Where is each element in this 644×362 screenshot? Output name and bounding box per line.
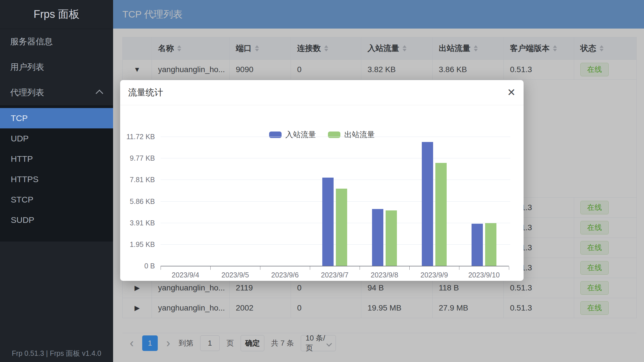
legend-item-出站流量[interactable]: 出站流量 bbox=[328, 130, 375, 140]
chevron-up-icon bbox=[96, 89, 103, 97]
x-axis-tick bbox=[161, 266, 161, 270]
sidebar-menu: 服务器信息用户列表代理列表TCPUDPHTTPHTTPSSTCPSUDP bbox=[0, 29, 113, 242]
version-footer: Frp 0.51.3 | Frps 面板 v1.4.0 bbox=[0, 349, 113, 358]
x-axis-label: 2023/9/8 bbox=[360, 271, 409, 279]
sidebar-item-sudp[interactable]: SUDP bbox=[0, 210, 113, 230]
x-axis-line bbox=[161, 266, 509, 266]
x-axis-tick bbox=[360, 266, 360, 270]
x-axis-label: 2023/9/4 bbox=[161, 271, 210, 279]
traffic-stats-modal: 流量统计 ✕ 入站流量出站流量0 B1.95 KB3.91 KB5.86 KB7… bbox=[120, 80, 524, 281]
sidebar-item-http[interactable]: HTTP bbox=[0, 149, 113, 169]
sidebar-item-1[interactable]: 服务器信息 bbox=[0, 29, 113, 54]
x-axis-label: 2023/9/7 bbox=[310, 271, 360, 279]
x-axis-tick bbox=[509, 266, 509, 270]
x-axis-label: 2023/9/6 bbox=[260, 271, 310, 279]
sidebar-item-label: 代理列表 bbox=[10, 87, 44, 98]
modal-title: 流量统计 bbox=[128, 87, 163, 98]
legend-swatch bbox=[269, 132, 282, 138]
bar-入站流量-2023/9/8 bbox=[372, 209, 383, 266]
y-axis-label: 1.95 KB bbox=[118, 240, 155, 248]
bar-出站流量-2023/9/10 bbox=[485, 223, 496, 266]
gridline bbox=[161, 137, 510, 137]
bar-出站流量-2023/9/8 bbox=[386, 210, 397, 266]
bar-出站流量-2023/9/7 bbox=[336, 189, 347, 266]
main-area: TCP 代理列表 名称端口连接数入站流量出站流量客户端版本状态▼yanghuan… bbox=[113, 0, 644, 362]
gridline bbox=[161, 223, 510, 223]
gridline bbox=[161, 158, 510, 158]
x-axis-tick bbox=[310, 266, 310, 270]
y-axis-label: 9.77 KB bbox=[118, 154, 155, 162]
sidebar: Frps 面板 服务器信息用户列表代理列表TCPUDPHTTPHTTPSSTCP… bbox=[0, 0, 113, 362]
y-axis-label: 11.72 KB bbox=[118, 133, 155, 141]
y-axis-label: 3.91 KB bbox=[118, 219, 155, 227]
legend-label: 入站流量 bbox=[286, 130, 316, 140]
x-axis-label: 2023/9/9 bbox=[409, 271, 459, 279]
sidebar-item-udp[interactable]: UDP bbox=[0, 128, 113, 149]
x-axis-label: 2023/9/5 bbox=[210, 271, 260, 279]
close-icon[interactable]: ✕ bbox=[507, 87, 516, 98]
sidebar-item-label: 用户列表 bbox=[10, 61, 44, 73]
modal-header: 流量统计 ✕ bbox=[120, 80, 524, 105]
gridline bbox=[161, 244, 510, 245]
sidebar-submenu: TCPUDPHTTPHTTPSSTCPSUDP bbox=[0, 105, 113, 242]
bar-入站流量-2023/9/10 bbox=[472, 224, 483, 266]
sidebar-item-label: 服务器信息 bbox=[10, 36, 53, 48]
gridline bbox=[161, 201, 510, 202]
y-axis-label: 7.81 KB bbox=[118, 176, 155, 184]
app-title: Frps 面板 bbox=[0, 0, 113, 29]
y-axis-label: 0 B bbox=[118, 262, 155, 270]
legend-item-入站流量[interactable]: 入站流量 bbox=[269, 130, 316, 140]
sidebar-item-tcp[interactable]: TCP bbox=[0, 108, 113, 128]
gridline bbox=[161, 180, 510, 180]
bar-入站流量-2023/9/7 bbox=[322, 178, 334, 266]
traffic-bar-chart: 入站流量出站流量0 B1.95 KB3.91 KB5.86 KB7.81 KB9… bbox=[120, 105, 524, 281]
sidebar-item-3[interactable]: 代理列表 bbox=[0, 80, 113, 105]
x-axis-label: 2023/9/10 bbox=[459, 271, 509, 279]
app-root: Frps 面板 服务器信息用户列表代理列表TCPUDPHTTPHTTPSSTCP… bbox=[0, 0, 644, 362]
sidebar-item-https[interactable]: HTTPS bbox=[0, 169, 113, 189]
bar-入站流量-2023/9/9 bbox=[422, 142, 433, 266]
x-axis-tick bbox=[210, 266, 211, 270]
bar-出站流量-2023/9/9 bbox=[435, 163, 447, 266]
x-axis-tick bbox=[260, 266, 260, 270]
y-axis-label: 5.86 KB bbox=[118, 197, 155, 205]
chart-legend: 入站流量出站流量 bbox=[120, 130, 524, 140]
legend-label: 出站流量 bbox=[344, 130, 375, 140]
sidebar-item-stcp[interactable]: STCP bbox=[0, 189, 113, 210]
x-axis-tick bbox=[409, 266, 410, 270]
x-axis-tick bbox=[459, 266, 459, 270]
sidebar-item-2[interactable]: 用户列表 bbox=[0, 54, 113, 80]
legend-swatch bbox=[328, 132, 340, 138]
